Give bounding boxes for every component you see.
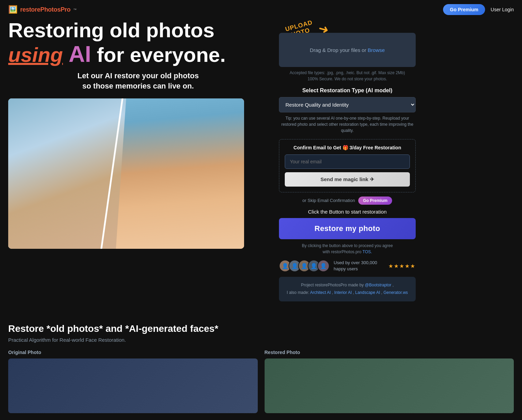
- logo-area: 🖼️ restorePhotosPro ™: [8, 5, 77, 14]
- hero-title-ai: AI: [69, 41, 91, 67]
- credit-line2: I also made:: [287, 290, 309, 295]
- restore-photo-button[interactable]: Restore my photo: [279, 218, 416, 239]
- credit-interior-link[interactable]: Interior AI: [334, 290, 352, 295]
- comparison-row: Original Photo Restored Photo: [8, 350, 514, 413]
- hero-title-rest: for everyone.: [97, 43, 226, 66]
- user-login-button[interactable]: User Login: [491, 7, 514, 12]
- click-instruction: Click the Button to start restoration: [279, 209, 416, 215]
- social-proof: 👤 👤 👤 👤 👤 Used by over 300,000 happy use…: [279, 260, 416, 272]
- bottom-subtitle: Practical Algorithm for Real-world Face …: [8, 337, 514, 343]
- hero-title: Restoring old photos using AI for everyo…: [8, 19, 268, 67]
- user-count: Used by over 300,000: [334, 260, 377, 265]
- bottom-section: Restore *old photos* and *AI-generated f…: [0, 310, 522, 420]
- star-rating: ★★★★★: [388, 263, 416, 269]
- restoration-type-select[interactable]: Restore Quality and Identity Restore Qua…: [279, 97, 416, 112]
- main-container: Restoring old photos using AI for everyo…: [0, 19, 522, 310]
- left-side: Restoring old photos using AI for everyo…: [8, 19, 268, 301]
- credit-maker-link[interactable]: @Bootstraptor: [365, 283, 391, 287]
- hero-title-line1: Restoring old photos: [8, 19, 214, 42]
- user-label: happy users: [334, 266, 358, 271]
- tos-link[interactable]: TOS.: [362, 249, 372, 254]
- upload-text: Drag & Drop your files or Browse: [310, 47, 385, 53]
- tos-text: By clicking the button above to proceed …: [279, 243, 416, 255]
- restored-photo-placeholder: [265, 358, 514, 413]
- restoration-tip: Tip: you can use several AI one-by-one s…: [279, 115, 416, 134]
- browse-link[interactable]: Browse: [368, 47, 385, 53]
- logo-tm: ™: [73, 8, 77, 12]
- go-premium-header-button[interactable]: Go Premium: [443, 4, 485, 15]
- restoration-section-title: Select Restoration Type (AI model): [279, 87, 416, 94]
- avatar-5: 👤: [317, 260, 330, 272]
- send-magic-link-button[interactable]: Send me magic link ✈: [285, 172, 410, 187]
- credit-generator-link[interactable]: Generator.ws: [384, 290, 408, 295]
- credit-architect-link[interactable]: Architect AI: [310, 290, 331, 295]
- original-label: Original Photo: [8, 350, 258, 355]
- restored-col: Restored Photo: [265, 350, 514, 413]
- restored-label: Restored Photo: [265, 350, 514, 355]
- header: 🖼️ restorePhotosPro ™ Go Premium User Lo…: [0, 0, 522, 19]
- upload-dropzone[interactable]: Drag & Drop your files or Browse: [279, 33, 416, 67]
- credit-line1: Project restorePhotosPro made by: [301, 283, 364, 287]
- user-avatars: 👤 👤 👤 👤 👤: [279, 260, 330, 272]
- upload-wrapper: Drag & Drop your files or Browse: [279, 33, 416, 67]
- header-right: Go Premium User Login: [443, 4, 514, 15]
- logo-text: restorePhotosPro: [20, 6, 70, 13]
- hero-subtitle: Let our AI restore your old photos so th…: [8, 71, 268, 92]
- bottom-title: Restore *old photos* and *AI-generated f…: [8, 323, 514, 334]
- original-photo-placeholder: [8, 358, 258, 413]
- social-text: Used by over 300,000 happy users: [334, 260, 384, 272]
- original-col: Original Photo: [8, 350, 258, 413]
- credit-box: Project restorePhotosPro made by @Bootst…: [279, 277, 416, 301]
- upload-note: Accepted file types: .jpg, .png, .heic. …: [279, 70, 416, 82]
- email-box-title: Confirm Email to Get 🎁 3/day Free Restor…: [285, 145, 410, 150]
- face-left-half: [8, 98, 126, 249]
- skip-text: or Skip Email Confirmation: [303, 198, 355, 203]
- logo-icon: 🖼️: [8, 5, 17, 14]
- credit-landscape-link[interactable]: Landscape AI: [355, 290, 380, 295]
- email-confirmation-box: Confirm Email to Get 🎁 3/day Free Restor…: [279, 139, 416, 192]
- photo-comparison: [8, 98, 244, 249]
- skip-area: or Skip Email Confirmation Go Premium: [279, 197, 416, 205]
- right-side: UPLOADPHOTO ➜ Drag & Drop your files or …: [279, 19, 416, 301]
- hero-title-using: using: [8, 43, 63, 66]
- skip-go-premium-button[interactable]: Go Premium: [358, 197, 392, 205]
- email-input[interactable]: [285, 154, 410, 169]
